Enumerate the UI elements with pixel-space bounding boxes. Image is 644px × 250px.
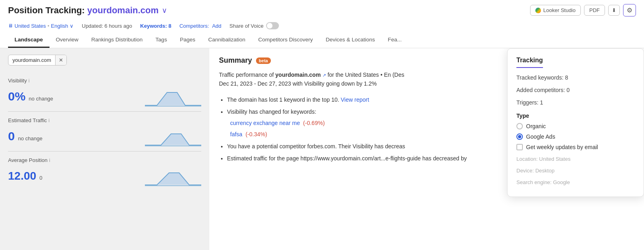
sov-toggle[interactable] (266, 22, 279, 29)
avg-position-sparkline (145, 165, 201, 187)
tab-landscape[interactable]: Landscape (8, 33, 50, 48)
visibility-value: 0% no change (8, 90, 53, 103)
organic-radio-btn[interactable] (516, 123, 523, 129)
change2-value: (-0.34%) (246, 131, 267, 137)
location-label: United States (14, 23, 46, 29)
export-button[interactable]: ⬇ (608, 5, 620, 16)
looker-studio-button[interactable]: Looker Studio (530, 5, 581, 16)
search-engine-input: Search engine: Google (516, 178, 635, 187)
export-icon: ⬇ (612, 7, 616, 13)
avg-position-metric: Average Position i 12.00 0 (8, 152, 201, 191)
meta-row: 🖥 United States • English ∨ Updated: 6 h… (8, 20, 636, 33)
triggers-row: Triggers: 1 (516, 98, 635, 107)
visibility-label: Visibility (8, 78, 27, 84)
email-updates-label: Get weekly updates by email (526, 144, 598, 150)
visibility-metric: Visibility i 0% no change (8, 72, 201, 112)
tab-devices-locations[interactable]: Devices & Locations (319, 33, 381, 48)
view-report-link[interactable]: View report (341, 96, 369, 103)
beta-badge: beta (256, 57, 271, 64)
keywords-count-value: 8 (168, 23, 171, 29)
added-competitors-row: Added competitors: 0 (516, 86, 635, 94)
traffic-sparkline (145, 125, 201, 147)
tabs-row: Landscape Overview Rankings Distribution… (8, 33, 636, 48)
avg-position-value: 12.00 0 (8, 170, 42, 182)
updated-label: Updated: 6 hours ago (82, 23, 132, 29)
tracking-panel: Tracking Tracked keywords: 8 Added compe… (507, 48, 644, 197)
google-ads-radio-btn[interactable] (516, 133, 523, 140)
right-panel: Summary beta Traffic performance of your… (209, 48, 644, 250)
tab-pages[interactable]: Pages (173, 33, 202, 48)
left-panel: yourdomain.com ✕ Visibility i 0% no chan… (0, 48, 209, 250)
organic-radio-row[interactable]: Organic (516, 123, 635, 129)
tracking-panel-title: Tracking (516, 57, 543, 68)
device-input: Device: Desktop (516, 166, 635, 175)
domain-dropdown-arrow[interactable]: ∨ (162, 6, 167, 15)
organic-label: Organic (526, 123, 546, 129)
traffic-change: no change (18, 135, 43, 141)
tab-overview[interactable]: Overview (50, 33, 85, 48)
keywords-count: Keywords: 8 (140, 23, 171, 29)
monitor-icon: 🖥 (8, 23, 13, 29)
looker-icon (535, 8, 541, 13)
main-content: yourdomain.com ✕ Visibility i 0% no chan… (0, 48, 644, 250)
external-link-icon: ↗ (322, 73, 326, 78)
location-input: Location: United States (516, 154, 635, 164)
google-ads-radio-row[interactable]: Google Ads (516, 133, 635, 140)
domain-name: yourdomain.com (87, 5, 159, 15)
avg-position-label: Average Position (8, 157, 47, 163)
location-selector[interactable]: 🖥 United States • English ∨ (8, 23, 74, 29)
pdf-label: PDF (589, 7, 600, 13)
tracked-keywords-row: Tracked keywords: 8 (516, 74, 635, 82)
tab-cannibalization[interactable]: Cannibalization (202, 33, 252, 48)
settings-button[interactable]: ⚙ (623, 4, 636, 16)
keyword2-link[interactable]: fafsa (230, 131, 242, 137)
visibility-change: no change (29, 96, 53, 102)
tab-rankings-distribution[interactable]: Rankings Distribution (85, 33, 149, 48)
visibility-info-icon[interactable]: i (29, 78, 30, 84)
traffic-value: 0 no change (8, 129, 42, 143)
traffic-label: Estimated Traffic (8, 117, 47, 123)
share-of-voice: Share of Voice (229, 22, 279, 29)
email-updates-row[interactable]: Get weekly updates by email (516, 144, 635, 150)
visibility-sparkline (145, 85, 201, 107)
tab-tags[interactable]: Tags (149, 33, 173, 48)
separator: • (47, 23, 50, 29)
email-updates-checkbox[interactable] (516, 144, 523, 150)
competitors-info: Competitors: Add (180, 23, 221, 29)
top-actions: Looker Studio PDF ⬇ ⚙ (530, 4, 636, 16)
svg-marker-0 (157, 92, 185, 105)
avg-position-info-icon[interactable]: i (49, 158, 50, 163)
tab-features[interactable]: Fea... (382, 33, 409, 48)
domain-filter: yourdomain.com ✕ (8, 55, 67, 66)
change1-value: (-0.69%) (303, 120, 325, 126)
avg-position-change: 0 (39, 175, 42, 181)
svg-marker-2 (161, 134, 189, 145)
pdf-button[interactable]: PDF (584, 5, 605, 16)
filter-domain-label: yourdomain.com (8, 55, 55, 65)
location-chevron: ∨ (70, 23, 74, 29)
estimated-traffic-metric: Estimated Traffic i 0 no change (8, 112, 201, 152)
tab-competitors-discovery[interactable]: Competitors Discovery (252, 33, 319, 48)
looker-label: Looker Studio (543, 7, 576, 13)
page-title: Position Tracking: yourdomain.com (8, 5, 159, 16)
type-section-title: Type (516, 113, 635, 119)
google-ads-label: Google Ads (526, 133, 555, 140)
add-competitor-link[interactable]: Add (212, 23, 221, 29)
traffic-info-icon[interactable]: i (49, 118, 50, 123)
summary-title: Summary (219, 56, 252, 65)
title-prefix: Position Tracking: (8, 5, 87, 15)
settings-icon: ⚙ (627, 7, 632, 14)
language-label: English (51, 23, 68, 29)
keyword1-link[interactable]: currency exchange near me (230, 120, 300, 126)
filter-close-button[interactable]: ✕ (55, 55, 66, 65)
